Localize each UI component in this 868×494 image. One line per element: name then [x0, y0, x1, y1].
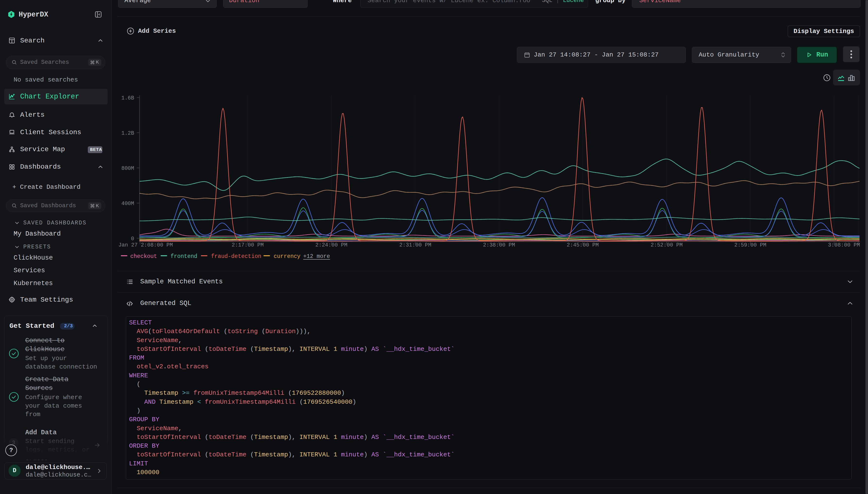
svg-text:2:59:00 PM: 2:59:00 PM — [734, 242, 766, 248]
svg-text:2:31:00 PM: 2:31:00 PM — [399, 242, 431, 248]
svg-text:0: 0 — [131, 236, 134, 242]
svg-text:2:17:00 PM: 2:17:00 PM — [232, 242, 264, 248]
svg-text:800M: 800M — [121, 166, 134, 172]
svg-text:Jan 27 2:08:00 PM: Jan 27 2:08:00 PM — [118, 242, 173, 248]
svg-text:1.2B: 1.2B — [121, 130, 134, 136]
svg-text:2:24:00 PM: 2:24:00 PM — [315, 242, 347, 248]
svg-text:2:38:00 PM: 2:38:00 PM — [483, 242, 515, 248]
svg-text:400M: 400M — [121, 201, 134, 207]
svg-text:3:08:00 PM: 3:08:00 PM — [828, 242, 860, 248]
svg-text:2:45:00 PM: 2:45:00 PM — [567, 242, 599, 248]
svg-text:1.6B: 1.6B — [121, 95, 134, 101]
svg-text:2:52:00 PM: 2:52:00 PM — [651, 242, 683, 248]
